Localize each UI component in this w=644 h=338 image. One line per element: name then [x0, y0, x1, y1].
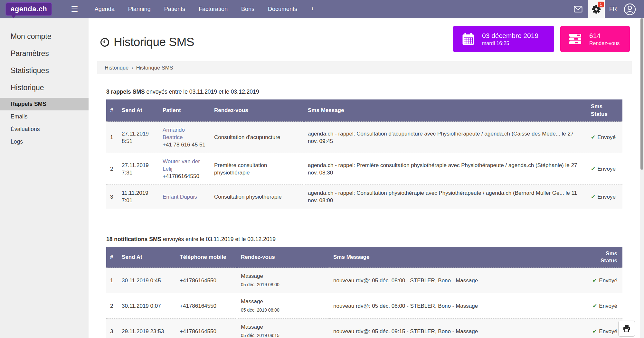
header-widgets: 03 décembre 2019 mardi 16:25	[453, 26, 630, 52]
vertical-scrollbar-thumb[interactable]	[640, 18, 643, 170]
notifications-summary-count: 18 notifications SMS	[106, 236, 161, 242]
table-row: 2 30.11.2019 0:07 +41786164550 Massage05…	[106, 293, 622, 319]
sidebar-item-historique[interactable]: Historique	[0, 79, 89, 96]
col-header-status: Sms Status	[587, 99, 622, 122]
rappels-summary-rest: envoyés entre le 03.11.2019 et le 03.12.…	[145, 89, 259, 95]
cell-phone: +41786164550	[176, 319, 237, 338]
nav-item-planning[interactable]: Planning	[121, 0, 157, 18]
date-widget[interactable]: 03 décembre 2019 mardi 16:25	[453, 26, 554, 52]
nav-item-agenda[interactable]: Agenda	[88, 0, 121, 18]
breadcrumb-parent[interactable]: Historique	[105, 65, 128, 71]
cell-patient: Armando Beatrice+41 78 616 45 51	[159, 122, 210, 153]
cell-patient: Wouter van der Lelij+41786164550	[159, 153, 210, 185]
history-clock-icon	[100, 37, 110, 47]
table-row: 1 30.11.2019 0:45 +41786164550 Massage05…	[106, 268, 622, 293]
mail-button[interactable]	[571, 0, 585, 18]
cell-patient: Enfant Dupuis	[159, 185, 210, 209]
main-navigation: Agenda Planning Patients Facturation Bon…	[88, 0, 321, 18]
col-header-send-at: Send At	[118, 247, 176, 268]
cell-status: ✔Envoyé	[584, 319, 622, 338]
nav-item-bons[interactable]: Bons	[234, 0, 261, 18]
col-header-message: Sms Message	[304, 99, 587, 122]
col-header-num: #	[106, 99, 118, 122]
patient-link[interactable]: Wouter van der Lelij	[163, 158, 200, 172]
logo-text: agenda.ch	[11, 5, 47, 13]
cell-status: ✔Envoyé	[587, 122, 622, 153]
cell-num: 1	[106, 268, 118, 293]
table-row: 3 11.11.20197:01 Enfant Dupuis Consultat…	[106, 185, 622, 209]
appointments-widget-text: 614 Rendez-vous	[589, 32, 620, 46]
page-title: Historique SMS	[114, 35, 194, 49]
breadcrumb-separator-icon: ›	[131, 65, 133, 71]
nav-item-facturation[interactable]: Facturation	[192, 0, 234, 18]
calendar-icon	[461, 32, 475, 46]
list-stack-icon	[569, 33, 582, 45]
col-header-rdv: Rendez-vous	[210, 99, 304, 122]
cell-send-at: 11.11.20197:01	[118, 185, 159, 209]
sidebar-item-rappels-sms[interactable]: Rappels SMS	[0, 98, 89, 110]
table-row: 1 27.11.20198:51 Armando Beatrice+41 78 …	[106, 122, 622, 153]
sidebar-item-mon-compte[interactable]: Mon compte	[0, 28, 89, 45]
cell-message: agenda.ch - rappel: Première consultatio…	[304, 153, 587, 185]
cell-message: agenda.ch - rappel: Consultation physiot…	[304, 185, 587, 209]
appointments-widget[interactable]: 614 Rendez-vous	[560, 26, 630, 52]
main-content: Historique SMS 03 décembre 2019	[89, 18, 644, 338]
nav-item-add[interactable]: +	[304, 0, 321, 18]
check-icon: ✔	[591, 166, 595, 172]
cell-rdv: Consultation d'acupuncture	[210, 122, 304, 153]
print-button[interactable]	[618, 321, 635, 337]
cell-status: ✔Envoyé	[584, 268, 622, 293]
cell-num: 3	[106, 185, 118, 209]
table-row: 3 29.11.2019 23:53 +41786164550 Massage0…	[106, 319, 622, 338]
current-day-time: mardi 16:25	[482, 41, 538, 46]
cell-rdv: Consultation physiothérapie	[210, 185, 304, 209]
mail-icon	[574, 6, 582, 13]
settings-button[interactable]: 1	[588, 0, 605, 18]
cell-num: 3	[106, 319, 118, 338]
rappels-summary-count: 3 rappels SMS	[106, 89, 145, 95]
menu-icon[interactable]: ☰	[71, 5, 78, 13]
user-avatar-icon	[623, 3, 636, 16]
date-widget-text: 03 décembre 2019 mardi 16:25	[482, 32, 538, 46]
cell-message: nouveau rdv@: 05 déc. 09:15 - STEBLER, B…	[329, 319, 584, 338]
nav-item-patients[interactable]: Patients	[157, 0, 192, 18]
sidebar-item-parametres[interactable]: Paramètres	[0, 45, 89, 62]
table-row: 2 27.11.20197:31 Wouter van der Lelij+41…	[106, 153, 622, 185]
user-menu-button[interactable]	[621, 0, 638, 18]
patient-phone: +41 78 616 45 51	[163, 141, 206, 148]
nav-item-documents[interactable]: Documents	[261, 0, 304, 18]
cell-send-at: 29.11.2019 23:53	[118, 319, 176, 338]
cell-rdv: Première consultation physiothérapie	[210, 153, 304, 185]
sidebar-item-emails[interactable]: Emails	[0, 110, 89, 123]
cell-rdv: Massage05 déc. 2019 08:00	[237, 293, 329, 319]
sidebar-item-evaluations[interactable]: Évaluations	[0, 123, 89, 136]
col-header-message: Sms Message	[329, 247, 584, 268]
check-icon: ✔	[592, 328, 597, 334]
cell-status: ✔Envoyé	[587, 185, 622, 209]
rappels-table: # Send At Patient Rendez-vous Sms Messag…	[106, 99, 622, 209]
cell-message: agenda.ch - rappel: Consultation d'acupu…	[304, 122, 587, 153]
cell-phone: +41786164550	[176, 268, 237, 293]
cell-send-at: 30.11.2019 0:07	[118, 293, 176, 319]
appointments-label: Rendez-vous	[589, 41, 620, 46]
notification-badge: 1	[598, 2, 604, 7]
vertical-scrollbar-track[interactable]	[640, 18, 644, 338]
patient-link[interactable]: Enfant Dupuis	[163, 194, 197, 200]
breadcrumb: Historique › Historique SMS	[97, 61, 632, 74]
logo[interactable]: agenda.ch	[5, 2, 52, 16]
language-selector[interactable]: FR	[609, 6, 617, 13]
cell-message: nouveau rdv@: 05 déc. 08:00 - STEBLER, B…	[329, 268, 584, 293]
patient-link[interactable]: Armando Beatrice	[163, 127, 185, 140]
col-header-send-at: Send At	[118, 99, 159, 122]
notifications-summary-rest: envoyés entre le 03.11.2019 et le 03.12.…	[161, 236, 276, 242]
sidebar-item-logs[interactable]: Logs	[0, 136, 89, 148]
page-title-wrap: Historique SMS	[100, 35, 194, 49]
sidebar-item-statistiques[interactable]: Statistiques	[0, 62, 89, 79]
cell-send-at: 30.11.2019 0:45	[118, 268, 176, 293]
check-icon: ✔	[592, 303, 597, 309]
printer-icon	[622, 324, 631, 333]
logo-bubble-tail	[11, 15, 16, 18]
rappels-table-head: # Send At Patient Rendez-vous Sms Messag…	[106, 99, 622, 122]
cell-rdv: Massage05 déc. 2019 09:15	[237, 319, 329, 338]
cell-status: ✔Envoyé	[584, 293, 622, 319]
